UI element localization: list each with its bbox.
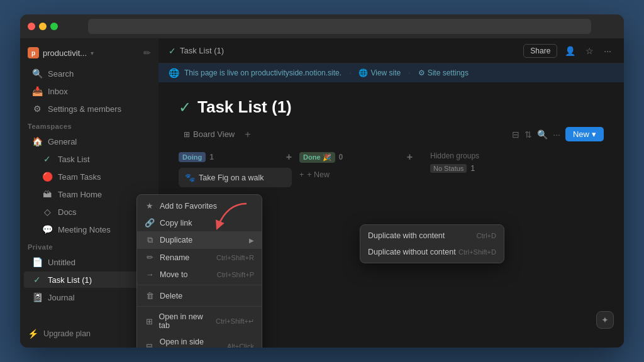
sidebar-item-search[interactable]: 🔍 Search	[24, 65, 155, 82]
board-view-button[interactable]: ⊞ Board View	[179, 128, 240, 141]
workspace-icon: p	[28, 47, 39, 58]
ctx-duplicate[interactable]: ⧉ Duplicate ▶	[137, 231, 262, 249]
tasklist-icon: ✓	[42, 154, 53, 164]
side-peek-icon: ⊟	[145, 342, 155, 348]
done-badge: Done 🎉	[299, 152, 335, 163]
view-bar: ⊞ Board View + ⊟ ⇅ 🔍 ··· New ▾	[179, 127, 604, 141]
filter-icon[interactable]: ⊟	[512, 129, 519, 140]
sub-ctx-with-content[interactable]: Duplicate with content Ctrl+D	[360, 228, 504, 244]
no-status-count: 1	[470, 164, 475, 173]
page-title: ✓ Task List (1)	[179, 97, 604, 117]
doing-add-button[interactable]: +	[286, 151, 292, 163]
sidebar-item-docs[interactable]: ◇ Docs	[24, 204, 155, 220]
user-icon[interactable]: 👤	[562, 43, 578, 58]
context-menu: ★ Add to Favorites 🔗 Copy link ⧉ Duplica…	[136, 194, 262, 348]
search-icon: 🔍	[31, 69, 43, 79]
done-new-item-button[interactable]: + + New	[299, 168, 413, 182]
address-bar[interactable]	[88, 19, 591, 34]
tasklist1-icon: ✓	[31, 275, 43, 285]
doing-badge: Doing	[179, 152, 206, 162]
site-settings-button[interactable]: ⚙ Site settings	[418, 69, 469, 77]
settings-icon: ⚙	[31, 104, 43, 114]
ctx-copy-link[interactable]: 🔗 Copy link	[137, 214, 262, 231]
meetings-icon: 💬	[42, 224, 53, 234]
top-bar: ✓ Task List (1) Share 👤 ☆ ···	[158, 38, 624, 63]
untitled-icon: 📄	[31, 257, 43, 267]
hidden-groups: Hidden groups No Status 1	[430, 151, 479, 205]
done-column: Done 🎉 0 + + + New	[299, 151, 413, 205]
no-status-row: No Status 1	[430, 164, 479, 173]
sidebar-item-tasklist1[interactable]: ✓ Task List (1)	[24, 272, 155, 288]
hidden-groups-label: Hidden groups	[430, 151, 479, 160]
sidebar: p productivit... ▾ ✏ 🔍 Search 📥 Inbox ⚙ …	[20, 38, 158, 348]
ctx-delete[interactable]: 🗑 Delete	[137, 287, 262, 304]
ctx-move[interactable]: → Move to Ctrl+Shift+P	[137, 266, 262, 283]
general-icon: 🏠	[31, 136, 43, 146]
globe-icon: 🌐	[169, 68, 179, 78]
journal-icon: 📓	[31, 292, 43, 302]
separator: ·	[349, 69, 351, 77]
edit-icon[interactable]: ✏	[143, 48, 151, 58]
no-status-badge: No Status	[430, 164, 467, 173]
sidebar-item-tasklist[interactable]: ✓ Task List	[24, 151, 155, 167]
view-bar-actions: ⊟ ⇅ 🔍 ···	[512, 129, 560, 140]
close-button[interactable]	[28, 23, 35, 30]
board-view-icon: ⊞	[184, 130, 190, 139]
breadcrumb: ✓ Task List (1)	[169, 46, 224, 56]
sidebar-item-teamhome[interactable]: 🏔 Team Home	[24, 186, 155, 202]
add-view-button[interactable]: +	[245, 129, 250, 140]
card-icon: 🐾	[185, 173, 195, 182]
ctx-add-favorites[interactable]: ★ Add to Favorites	[137, 197, 262, 214]
more-view-icon[interactable]: ···	[553, 129, 560, 140]
view-site-button[interactable]: 🌐 View site	[358, 69, 401, 77]
delete-icon: 🗑	[145, 291, 155, 300]
site-banner: 🌐 This page is live on productivityside.…	[158, 63, 624, 82]
sidebar-item-general[interactable]: 🏠 General	[24, 133, 155, 150]
doing-col-header: Doing 1 +	[179, 151, 292, 163]
new-tab-icon: ⊞	[145, 317, 154, 326]
traffic-lights	[28, 23, 58, 30]
minimize-button[interactable]	[39, 23, 47, 30]
new-button[interactable]: New ▾	[565, 127, 604, 141]
view-site-icon: 🌐	[358, 69, 368, 77]
page-heading: Task List (1)	[197, 97, 292, 117]
sidebar-item-inbox[interactable]: 📥 Inbox	[24, 83, 155, 99]
ctx-open-tab[interactable]: ⊞ Open in new tab Ctrl+Shift+↵	[137, 309, 262, 334]
move-icon: →	[145, 270, 155, 279]
inbox-icon: 📥	[31, 86, 43, 96]
title-check-icon: ✓	[179, 99, 191, 116]
done-count: 0	[339, 153, 343, 162]
sidebar-item-teamtasks[interactable]: 🔴 Team Tasks	[24, 168, 155, 185]
star-topbar-icon[interactable]: ☆	[583, 43, 596, 58]
sidebar-item-untitled[interactable]: 📄 Untitled	[24, 254, 155, 270]
teamspaces-label: Teamspaces	[20, 118, 158, 133]
sub-ctx-without-content[interactable]: Duplicate without content Ctrl+Shift+D	[360, 244, 504, 260]
titlebar	[20, 14, 624, 38]
sort-icon[interactable]: ⇅	[525, 129, 532, 140]
new-btn-chevron: ▾	[592, 129, 596, 139]
maximize-button[interactable]	[50, 23, 58, 30]
teamhome-icon: 🏔	[42, 189, 53, 199]
ctx-rename[interactable]: ✏ Rename Ctrl+Shift+R	[137, 249, 262, 266]
site-settings-icon: ⚙	[418, 69, 425, 77]
more-icon[interactable]: ···	[601, 43, 614, 58]
share-button[interactable]: Share	[523, 44, 557, 58]
teamtasks-icon: 🔴	[42, 172, 53, 182]
done-col-header: Done 🎉 0 +	[299, 151, 413, 163]
workspace-name[interactable]: p productivit... ▾	[28, 47, 94, 58]
upgrade-icon: ⚡	[28, 329, 38, 339]
doing-count: 1	[209, 153, 214, 162]
done-add-button[interactable]: +	[407, 151, 413, 163]
separator2: ·	[408, 69, 410, 77]
sidebar-item-settings[interactable]: ⚙ Settings & members	[24, 101, 155, 117]
link-icon: 🔗	[145, 218, 155, 228]
search-bar-icon[interactable]: 🔍	[537, 129, 548, 140]
breadcrumb-check-icon: ✓	[169, 46, 176, 56]
docs-icon: ◇	[42, 207, 53, 217]
board-card-fig[interactable]: 🐾 Take Fig on a walk	[179, 168, 292, 187]
rename-icon: ✏	[145, 253, 155, 262]
sidebar-item-meetings[interactable]: 💬 Meeting Notes	[24, 221, 155, 238]
ctx-open-side[interactable]: ⊟ Open in side peek Alt+Click	[137, 334, 262, 348]
floating-action-button[interactable]: ✦	[596, 311, 614, 329]
sidebar-item-journal[interactable]: 📓 Journal	[24, 289, 155, 305]
